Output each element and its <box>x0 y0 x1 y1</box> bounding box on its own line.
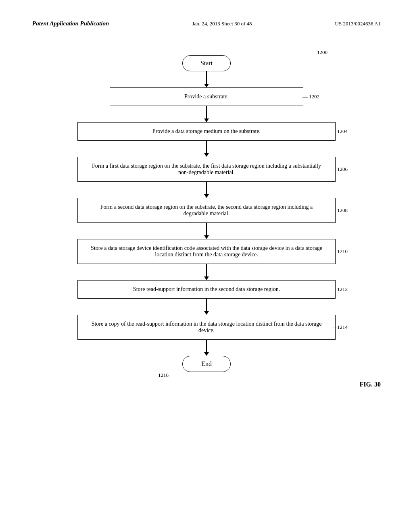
diagram-area: Start 1200 Provide a substrate. ― 1202 <box>0 35 413 404</box>
end-node: End <box>182 356 231 372</box>
node-1204-wrapper: Provide a data storage medium on the sub… <box>61 122 352 141</box>
arrow-1 <box>204 71 209 87</box>
start-label: Start <box>200 60 213 66</box>
node-1212-wrapper: Store read-support information in the se… <box>61 280 352 299</box>
arrow-4 <box>204 182 209 198</box>
node-1206-wrapper: Form a first data storage region on the … <box>61 157 352 182</box>
node-1214-wrapper: Store a copy of the read-support informa… <box>61 315 352 340</box>
node-1214-label: Store a copy of the read-support informa… <box>92 321 322 333</box>
node-1212-label: Store read-support information in the se… <box>133 286 280 292</box>
node-1210-label: Store a data storage device identificati… <box>91 245 322 258</box>
flowchart: Start 1200 Provide a substrate. ― 1202 <box>61 43 352 380</box>
node-1204-label: Provide a data storage medium on the sub… <box>152 128 261 134</box>
node-1202-wrapper: Provide a substrate. ― 1202 <box>61 87 352 106</box>
node-1204: Provide a data storage medium on the sub… <box>77 122 336 141</box>
arrow-8 <box>204 340 209 356</box>
node-1206: Form a first data storage region on the … <box>77 157 336 182</box>
node-1202-label: Provide a substrate. <box>184 94 229 100</box>
page-header: Patent Application Publication Jan. 24, … <box>0 0 413 35</box>
ref-1208: ―1208 <box>332 207 348 214</box>
arrow-5 <box>204 223 209 239</box>
ref-1206: ―1206 <box>332 166 348 172</box>
node-1208-label: Form a second data storage region on the… <box>100 204 313 216</box>
node-1206-label: Form a first data storage region on the … <box>92 163 321 175</box>
date-sheet-label: Jan. 24, 2013 Sheet 30 of 48 <box>192 21 252 27</box>
node-1214: Store a copy of the read-support informa… <box>77 315 336 340</box>
ref-1202: ― 1202 <box>302 94 319 100</box>
start-node: Start <box>182 55 231 71</box>
node-1208-wrapper: Form a second data storage region on the… <box>61 198 352 223</box>
publication-label: Patent Application Publication <box>32 20 109 27</box>
node-1212: Store read-support information in the se… <box>77 280 336 299</box>
fig-label: FIG. 30 <box>360 381 381 388</box>
arrow-7 <box>204 299 209 315</box>
ref-1210: ―1210 <box>332 248 348 255</box>
patent-number-label: US 2013/0024636 A1 <box>335 21 381 27</box>
end-label: End <box>201 360 212 367</box>
ref-1200: 1200 <box>317 49 327 56</box>
start-node-wrapper: Start 1200 <box>61 55 352 71</box>
node-1202: Provide a substrate. <box>110 87 303 106</box>
end-node-wrapper: End 1216 <box>61 356 352 372</box>
node-1210-wrapper: Store a data storage device identificati… <box>61 239 352 264</box>
ref-1214: ―1214 <box>332 324 348 330</box>
arrow-3 <box>204 141 209 157</box>
ref-1204: ―1204 <box>332 128 348 135</box>
ref-1212: ―1212 <box>332 286 348 293</box>
node-1210: Store a data storage device identificati… <box>77 239 336 264</box>
ref-1216: 1216 <box>158 372 169 378</box>
arrow-6 <box>204 264 209 280</box>
arrow-2 <box>204 106 209 122</box>
node-1208: Form a second data storage region on the… <box>77 198 336 223</box>
page: Patent Application Publication Jan. 24, … <box>0 0 413 532</box>
